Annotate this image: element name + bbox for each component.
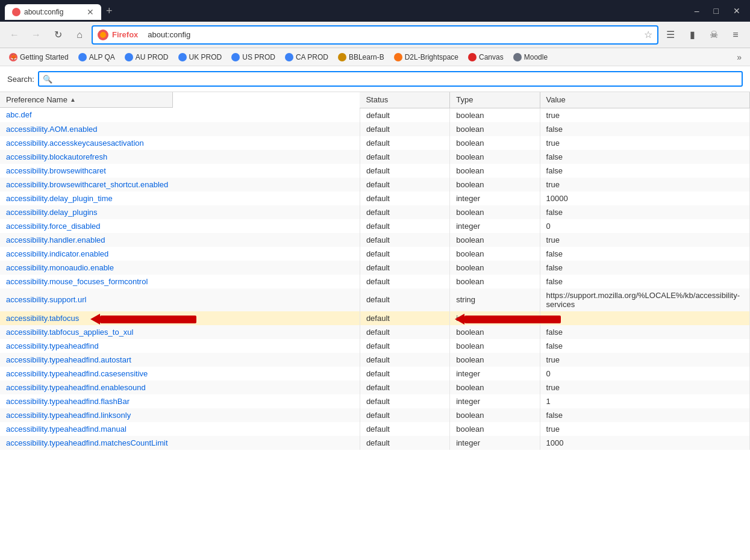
table-header-row: Preference Name ▲ Status Type Value — [0, 92, 750, 108]
sidebar-button[interactable]: ▮ — [683, 25, 702, 45]
bookmark-item-5[interactable]: CA PROD — [281, 51, 333, 63]
bookmark-item-1[interactable]: ALP QA — [74, 51, 119, 63]
bookmark-item-2[interactable]: AU PROD — [120, 51, 173, 63]
col-header-type[interactable]: Type — [450, 92, 540, 108]
cell-value: false — [540, 164, 749, 178]
new-tab-button[interactable]: + — [101, 2, 117, 20]
table-row[interactable]: accessibility.support.urldefaultstringht… — [0, 288, 750, 311]
menu-button[interactable]: ≡ — [726, 25, 745, 45]
cell-type: integer — [450, 219, 540, 233]
table-row[interactable]: accessibility.force_disableddefaultinteg… — [0, 219, 750, 233]
maximize-button[interactable]: □ — [709, 5, 723, 17]
reload-button[interactable]: ↻ — [48, 25, 67, 45]
bookmark-item-9[interactable]: Moodle — [509, 51, 552, 63]
config-table-wrapper: Preference Name ▲ Status Type Value abc.… — [0, 92, 750, 541]
cell-pref-name: accessibility.browsewithcaret — [0, 164, 360, 178]
cell-value: true — [540, 233, 749, 247]
cell-pref-name: accessibility.tabfocus_applies_to_xul — [0, 325, 360, 339]
col-header-preference-name[interactable]: Preference Name ▲ — [0, 92, 173, 108]
cell-pref-name: accessibility.typeaheadfind.casesensitiv… — [0, 367, 360, 381]
table-row[interactable]: accessibility.typeaheadfind.enablesoundd… — [0, 381, 750, 394]
table-row[interactable]: accessibility.tabfocus_applies_to_xuldef… — [0, 325, 750, 339]
bookmarks-overflow-button[interactable]: » — [733, 51, 745, 64]
back-button[interactable]: ← — [5, 25, 24, 45]
account-button[interactable]: ☠ — [704, 25, 723, 45]
table-row[interactable]: accessibility.delay_pluginsdefaultboolea… — [0, 205, 750, 219]
config-table-body: abc.defdefaultbooleantrueaccessibility.A… — [0, 108, 750, 450]
table-row[interactable]: accessibility.browsewithcaretdefaultbool… — [0, 164, 750, 178]
cell-status: default — [360, 136, 449, 150]
search-input-wrapper: 🔍 — [38, 71, 743, 87]
bookmark-item-4[interactable]: US PROD — [227, 51, 280, 63]
cell-pref-name: accessibility.typeaheadfind.enablesound — [0, 381, 360, 394]
table-row[interactable]: accessibility.typeaheadfinddefaultboolea… — [0, 339, 750, 353]
table-row[interactable]: accessibility.handler.enableddefaultbool… — [0, 233, 750, 247]
table-row[interactable]: accessibility.typeaheadfind.flashBardefa… — [0, 394, 750, 408]
bookmark-icon-3 — [178, 53, 187, 61]
cell-status: default — [360, 339, 449, 353]
bookmark-label-9: Moodle — [524, 53, 548, 61]
bookmark-item-8[interactable]: Canvas — [464, 51, 508, 63]
cell-pref-name: accessibility.force_disabled — [0, 219, 360, 233]
bookmark-item-6[interactable]: BBLearn-B — [334, 51, 389, 63]
cell-value: true — [540, 381, 749, 394]
cell-type: boolean — [450, 353, 540, 367]
table-row[interactable]: accessibility.typeaheadfind.autostartdef… — [0, 353, 750, 367]
bookmark-star-icon[interactable]: ☆ — [644, 29, 652, 40]
table-row[interactable]: accessibility.typeaheadfind.linksonlydef… — [0, 408, 750, 422]
library-button[interactable]: ☰ — [661, 25, 680, 45]
cell-type: boolean — [450, 339, 540, 353]
forward-button[interactable]: → — [27, 25, 46, 45]
cell-pref-name: accessibility.tabfocus — [0, 311, 360, 325]
table-row[interactable]: abc.defdefaultbooleantrue — [0, 108, 750, 122]
cell-type: boolean — [450, 247, 540, 261]
cell-value: true — [540, 108, 749, 122]
table-row[interactable]: accessibility.indicator.enableddefaultbo… — [0, 247, 750, 261]
table-row[interactable]: accessibility.typeaheadfind.casesensitiv… — [0, 367, 750, 381]
bookmark-label-0: Getting Started — [20, 53, 69, 61]
cell-value: false — [540, 275, 749, 288]
close-button[interactable]: ✕ — [728, 5, 745, 17]
table-row[interactable]: accessibility.delay_plugin_timedefaultin… — [0, 191, 750, 205]
col-header-value[interactable]: Value — [540, 92, 749, 108]
tab-close-button[interactable]: ✕ — [87, 8, 94, 16]
table-row[interactable]: accessibility.browsewithcaret_shortcut.e… — [0, 178, 750, 191]
home-button[interactable]: ⌂ — [70, 25, 89, 45]
cell-status: default — [360, 275, 449, 288]
address-bar[interactable]: Firefox about:config ☆ — [92, 25, 658, 45]
table-row[interactable]: accessibility.blockautorefreshdefaultboo… — [0, 150, 750, 164]
cell-status: default — [360, 164, 449, 178]
cell-pref-name: accessibility.monoaudio.enable — [0, 261, 360, 275]
table-row[interactable]: accessibility.AOM.enableddefaultbooleanf… — [0, 122, 750, 136]
bookmark-label-8: Canvas — [479, 53, 504, 61]
table-row[interactable]: accessibility.accesskeycausesactivationd… — [0, 136, 750, 150]
cell-status: default — [360, 422, 449, 436]
cell-status: default — [360, 122, 449, 136]
active-tab[interactable]: about:config ✕ — [5, 4, 101, 20]
cell-type: boolean — [450, 422, 540, 436]
title-bar: about:config ✕ + – □ ✕ — [0, 0, 750, 22]
firefox-label: Firefox — [112, 30, 138, 39]
search-input[interactable] — [52, 75, 738, 84]
cell-value: true — [540, 422, 749, 436]
search-label: Search: — [7, 75, 34, 84]
table-row[interactable]: accessibility.mouse_focuses_formcontrold… — [0, 275, 750, 288]
cell-value: 1 — [540, 394, 749, 408]
table-row[interactable]: accessibility.typeaheadfind.matchesCount… — [0, 436, 750, 450]
bookmark-icon-5 — [285, 53, 293, 61]
cell-status: default — [360, 178, 449, 191]
cell-value: 1000 — [540, 436, 749, 450]
cell-type: boolean — [450, 136, 540, 150]
bookmark-item-3[interactable]: UK PROD — [174, 51, 227, 63]
minimize-button[interactable]: – — [690, 5, 704, 17]
table-row[interactable]: accessibility.monoaudio.enabledefaultboo… — [0, 261, 750, 275]
toolbar-right-icons: ☰ ▮ ☠ ≡ — [661, 25, 745, 45]
cell-pref-name: accessibility.typeaheadfind.autostart — [0, 353, 360, 367]
cell-type: boolean — [450, 408, 540, 422]
table-row[interactable]: accessibility.typeaheadfind.manualdefaul… — [0, 422, 750, 436]
cell-value: 10000 — [540, 191, 749, 205]
bookmark-item-7[interactable]: D2L-Brightspace — [390, 51, 463, 63]
bookmark-item-0[interactable]: 🦊Getting Started — [5, 51, 73, 63]
col-header-status[interactable]: Status — [360, 92, 449, 108]
table-row[interactable]: accessibility.tabfocusdefaultinteger7 — [0, 311, 750, 325]
